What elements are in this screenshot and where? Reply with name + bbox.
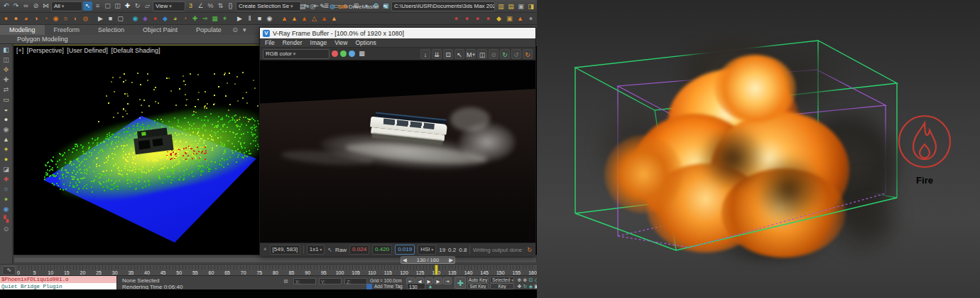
region-render-icon[interactable]: ⊡ (443, 49, 453, 59)
select-scale-icon[interactable]: ▱ (143, 1, 152, 11)
y-coordinate-field[interactable]: Y: (319, 278, 342, 284)
vray-globe-icon[interactable]: ◔ (180, 14, 190, 23)
fire-preset-3-icon[interactable]: ▲ (300, 14, 309, 23)
pause-icon[interactable]: ‖ (245, 14, 254, 23)
ribbon-minimize-icon[interactable]: ▾ (240, 26, 249, 35)
vfb-menu-options[interactable]: Options (356, 39, 376, 46)
sphere-primitive-icon[interactable]: ● (1, 115, 11, 124)
fire-preset-2-icon[interactable]: ▲ (290, 14, 299, 23)
vray-sphere-icon[interactable]: ◉ (131, 14, 140, 23)
hand-tool-icon[interactable]: ✥ (1, 65, 11, 75)
phoenix-liquid-icon[interactable]: ● (1, 14, 11, 23)
save-all-channels-icon[interactable]: ⇊ (432, 49, 442, 59)
dome-primitive-icon[interactable]: ◒ (1, 105, 11, 115)
project-folder-dropdown[interactable]: C:\Users\IUSR\Documents\3ds Max 2021 (391, 1, 495, 11)
render-last-icon[interactable]: ↻ (500, 49, 510, 59)
pflow-plus-icon[interactable]: ✚ (190, 14, 200, 23)
move-tool-icon[interactable]: ✚ (1, 75, 11, 85)
fire-badge[interactable]: Fire (895, 112, 954, 186)
viewport-label[interactable]: [+] [Perspective] [User Defined] [Defaul… (16, 47, 161, 54)
fire-preset-5-icon[interactable]: ▲ (320, 14, 329, 23)
viewport-pov-menu[interactable]: [Perspective] (27, 47, 64, 54)
select-rotate-icon[interactable]: ↻ (133, 1, 142, 11)
vray-mesh-icon[interactable]: ◈ (141, 14, 150, 23)
vray-light-4-icon[interactable]: ● (484, 14, 493, 23)
current-frame-marker[interactable] (435, 265, 438, 275)
save-image-icon[interactable]: ↓ (420, 49, 430, 59)
selection-filter-dropdown[interactable]: All (51, 1, 82, 11)
target-icon[interactable]: ⊙ (1, 225, 11, 234)
pan-view-button[interactable]: ✚ (454, 277, 466, 289)
gizmo-icon[interactable]: ◆ (494, 14, 503, 23)
select-by-name-icon[interactable]: ≡ (93, 1, 102, 11)
vray-light-3-icon[interactable]: ● (473, 14, 482, 23)
polygon-modeling-label[interactable]: Polygon Modeling (17, 36, 68, 43)
red-cross-icon[interactable]: ✚ (1, 175, 11, 184)
vray-light-2-icon[interactable]: ● (462, 14, 472, 23)
pixel-zoom-dropdown[interactable]: 1x1 (307, 245, 325, 255)
pflow-arrow-icon[interactable]: ⇒ (200, 14, 209, 23)
sim-play-icon[interactable]: ▶ (96, 14, 105, 23)
time-slider-groove[interactable] (13, 257, 537, 263)
next-frame-arrow-icon[interactable]: ▶ (449, 257, 453, 263)
ramp-icon[interactable]: ◪ (1, 165, 11, 174)
phoenix-globe-icon[interactable]: ◉ (51, 14, 60, 23)
window-crossing-icon[interactable]: ◫ (113, 1, 122, 11)
render-icon[interactable]: ↻ (523, 49, 533, 59)
named-selection-icon[interactable]: {} (226, 1, 235, 11)
percent-snap-icon[interactable]: % (206, 1, 215, 11)
play-icon[interactable]: ▶ (235, 14, 244, 23)
stop-render-icon[interactable]: ↺ (511, 49, 521, 59)
select-move-icon[interactable]: ✚ (123, 1, 132, 11)
prev-frame-arrow-icon[interactable]: ◀ (403, 257, 407, 263)
select-link-icon[interactable]: ∞ (21, 1, 31, 11)
gold-sphere-icon[interactable]: ● (1, 155, 11, 164)
tab-object-paint[interactable]: Object Paint (134, 25, 187, 35)
pflow-star-icon[interactable]: ✶ (220, 14, 229, 23)
red-channel-toggle[interactable] (332, 50, 338, 57)
phoenix-ring-icon[interactable]: ○ (61, 14, 70, 23)
goto-end-icon[interactable]: ⇥ (443, 277, 452, 284)
viewport-layout-icon[interactable]: ◧ (1, 46, 11, 55)
sim-stop-icon[interactable]: ▢ (116, 14, 125, 23)
phoenix-ocean-icon[interactable]: ◕ (21, 14, 31, 23)
mini-curve-editor-button[interactable]: ∿ (2, 266, 16, 275)
cone-primitive-icon[interactable]: ▲ (1, 135, 11, 144)
key-filters-button[interactable]: Key Filters... (490, 283, 514, 289)
vfb-menu-view[interactable]: View (334, 39, 347, 46)
timeline-ruler[interactable]: 0510152025303540455055606570758085909510… (18, 265, 533, 275)
vray-fire-icon[interactable]: ● (151, 14, 160, 23)
record-icon[interactable]: ◉ (265, 14, 274, 23)
blue-ring-icon[interactable]: ○ (1, 185, 11, 194)
vray-light-1-icon[interactable]: ● (452, 14, 461, 23)
x-coordinate-field[interactable]: X: (293, 278, 316, 284)
tab-freeform[interactable]: Freeform (45, 25, 89, 35)
phoenix-node-icon[interactable]: ◍ (81, 14, 90, 23)
star-primitive-icon[interactable]: ✶ (1, 145, 11, 154)
workspace-icon[interactable]: ▤ (298, 2, 307, 11)
viewport-plus-menu[interactable]: [+] (16, 47, 23, 54)
drivemaster-button[interactable]: DriveMaster (349, 4, 379, 10)
time-slider-handle[interactable]: ◀ 130 / 160 ▶ (401, 256, 455, 264)
paint-icon[interactable]: ✎ (317, 2, 327, 11)
snap-toggle-icon[interactable]: 3 (186, 1, 195, 11)
fire-preset-6-icon[interactable]: ▲ (330, 14, 339, 23)
tab-populate[interactable]: Populate (187, 25, 231, 35)
selection-lock-icon[interactable]: ⊠ (283, 278, 288, 284)
fire-preset-1-icon[interactable]: ▲ (280, 14, 289, 23)
isolate-toggle-icon[interactable]: ◎ (307, 2, 317, 11)
vfb-title-bar[interactable]: V V-Ray Frame Buffer - [100.0% of 1920 x… (260, 28, 535, 38)
fire-preset-4-icon[interactable]: △ (310, 14, 319, 23)
import-file-icon[interactable]: ◨ (526, 2, 535, 11)
tab-selection[interactable]: Selection (89, 25, 134, 35)
ribbon-config-icon[interactable]: ⊙ (231, 26, 240, 35)
reference-coordinate-dropdown[interactable]: View (153, 1, 185, 11)
vfb-menu-render[interactable]: Render (283, 39, 303, 46)
vfb-menu-file[interactable]: File (265, 39, 275, 46)
vray-swirl-icon[interactable]: ◕ (170, 14, 180, 23)
green-sphere-icon[interactable]: ● (1, 195, 11, 204)
viewport-user-menu[interactable]: [User Defined] (67, 47, 108, 54)
sim-pause-icon[interactable]: ■ (106, 14, 115, 23)
vfb-render-image[interactable] (260, 60, 535, 243)
current-frame-field[interactable]: 130 (407, 283, 425, 289)
